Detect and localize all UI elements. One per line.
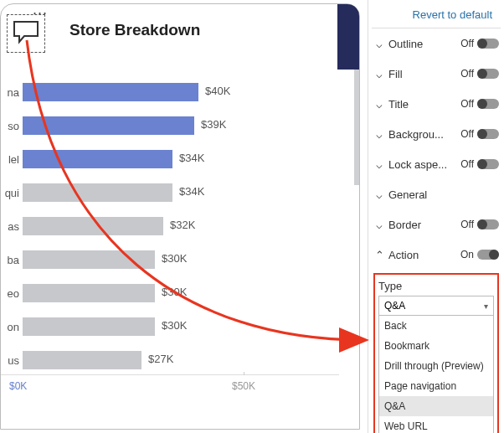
bar-row[interactable]: on$30K — [1, 314, 339, 339]
axis-tick-mark-50 — [244, 372, 244, 375]
bar-value-label: $40K — [205, 85, 230, 97]
dropdown-option[interactable]: Bookmark — [379, 336, 493, 356]
property-row-fill[interactable]: ⌵FillOff — [368, 59, 504, 89]
property-label: Backgrou... — [388, 128, 444, 141]
action-type-section: Type Q&A ▾ BackBookmarkDrill through (Pr… — [373, 273, 499, 433]
bar-fill — [23, 150, 172, 168]
bar: $30K — [23, 284, 155, 302]
bar-category-label: qui — [1, 187, 19, 199]
toggle-state-text: On — [460, 249, 474, 260]
bar: $34K — [23, 183, 172, 202]
dropdown-option[interactable]: Web URL — [379, 416, 493, 433]
qa-button[interactable] — [7, 14, 45, 53]
toggle-switch[interactable] — [477, 99, 499, 109]
toggle-switch[interactable] — [477, 250, 499, 260]
bar-fill — [23, 183, 172, 202]
x-axis: $0K $50K — [1, 374, 339, 399]
bar-fill — [23, 116, 194, 135]
chevron-down-icon: ⌵ — [373, 188, 385, 201]
bar-fill — [23, 351, 141, 369]
bar-category-label: ba — [1, 254, 19, 266]
chevron-down-icon: ⌵ — [373, 68, 385, 80]
bar-row[interactable]: so$39K — [1, 113, 339, 138]
property-row-border[interactable]: ⌵BorderOff — [368, 209, 504, 240]
property-row-action[interactable]: ⌃ActionOn — [368, 240, 504, 270]
axis-tick-50k: $50K — [232, 380, 255, 392]
speech-bubble-icon — [12, 19, 40, 48]
scrollbar-stub[interactable] — [354, 70, 359, 185]
bar-fill — [23, 83, 198, 101]
chart-title: Store Breakdown — [69, 21, 200, 39]
property-label: Outline — [388, 38, 423, 50]
type-label: Type — [378, 280, 494, 292]
bar: $32K — [23, 217, 163, 235]
property-row-general[interactable]: ⌵General — [368, 179, 504, 209]
bar-row[interactable]: ba$30K — [1, 247, 339, 272]
bar-row[interactable]: as$32K — [1, 214, 339, 239]
bar-row[interactable]: us$27K — [1, 348, 339, 373]
bar-value-label: $30K — [162, 286, 187, 298]
toggle-switch[interactable] — [477, 69, 499, 79]
bar-row[interactable]: lel$34K — [1, 147, 339, 172]
property-row-title[interactable]: ⌵TitleOff — [368, 89, 504, 119]
property-row-backgrou[interactable]: ⌵Backgrou...Off — [368, 119, 504, 149]
property-label: Border — [388, 219, 421, 231]
chevron-up-icon: ⌃ — [373, 249, 385, 261]
toggle-switch[interactable] — [477, 159, 499, 169]
toggle-state-text: Off — [460, 158, 474, 170]
revert-to-default-link[interactable]: Revert to default — [368, 0, 504, 28]
bar-value-label: $34K — [179, 185, 204, 198]
property-list: ⌵OutlineOff⌵FillOff⌵TitleOff⌵Backgrou...… — [368, 28, 504, 270]
bar-category-label: lel — [1, 153, 19, 166]
toggle-state-text: Off — [460, 219, 474, 230]
dropdown-option[interactable]: Back — [379, 316, 493, 336]
report-canvas: ... Store Breakdown na$40Kso$39Klel$34Kq… — [0, 3, 360, 430]
bar-row[interactable]: na$40K — [1, 80, 339, 105]
dropdown-option[interactable]: Q&A — [379, 396, 493, 416]
chevron-down-icon: ▾ — [484, 302, 488, 311]
dropdown-option[interactable]: Page navigation — [379, 376, 493, 396]
toggle-state-text: Off — [460, 68, 474, 80]
bar: $34K — [23, 150, 172, 168]
bar-row[interactable]: qui$34K — [1, 180, 339, 205]
chevron-down-icon: ⌵ — [373, 158, 385, 171]
toggle-state-text: Off — [460, 38, 474, 49]
bar-value-label: $30K — [162, 319, 187, 332]
canvas-page-band — [337, 4, 359, 70]
bar: $30K — [23, 317, 155, 336]
bar-category-label: on — [1, 321, 19, 333]
toggle-state-text: Off — [460, 98, 474, 110]
property-label: General — [388, 188, 427, 201]
toggle-switch[interactable] — [477, 129, 499, 139]
type-dropdown: BackBookmarkDrill through (Preview)Page … — [378, 316, 494, 433]
dropdown-option[interactable]: Drill through (Preview) — [379, 356, 493, 376]
chevron-down-icon: ⌵ — [373, 38, 385, 50]
toggle-switch[interactable] — [477, 219, 499, 229]
bar-value-label: $32K — [170, 219, 195, 231]
bar-row[interactable]: eo$30K — [1, 281, 339, 306]
bar-value-label: $30K — [162, 252, 187, 265]
property-label: Title — [388, 98, 409, 111]
format-panel: Revert to default ⌵OutlineOff⌵FillOff⌵Ti… — [368, 0, 504, 433]
bar: $39K — [23, 116, 194, 135]
bar-category-label: so — [1, 120, 19, 132]
property-label: Action — [388, 249, 419, 261]
bar-value-label: $27K — [148, 353, 173, 365]
toggle-state-text: Off — [460, 128, 474, 140]
bar: $40K — [23, 83, 198, 101]
property-label: Fill — [388, 68, 403, 80]
axis-tick-0: $0K — [9, 380, 27, 392]
type-select[interactable]: Q&A ▾ — [378, 296, 494, 316]
property-row-lockaspe[interactable]: ⌵Lock aspe...Off — [368, 149, 504, 179]
chevron-down-icon: ⌵ — [373, 219, 385, 231]
bar-fill — [23, 317, 155, 336]
bar-category-label: eo — [1, 287, 19, 300]
toggle-switch[interactable] — [477, 39, 499, 49]
bar-category-label: us — [1, 354, 19, 367]
bar: $27K — [23, 351, 141, 369]
property-row-outline[interactable]: ⌵OutlineOff — [368, 28, 504, 59]
bar-value-label: $39K — [201, 118, 226, 131]
property-label: Lock aspe... — [388, 158, 447, 171]
bar-chart: na$40Kso$39Klel$34Kqui$34Kas$32Kba$30Keo… — [1, 80, 339, 381]
bar-category-label: na — [1, 86, 19, 99]
